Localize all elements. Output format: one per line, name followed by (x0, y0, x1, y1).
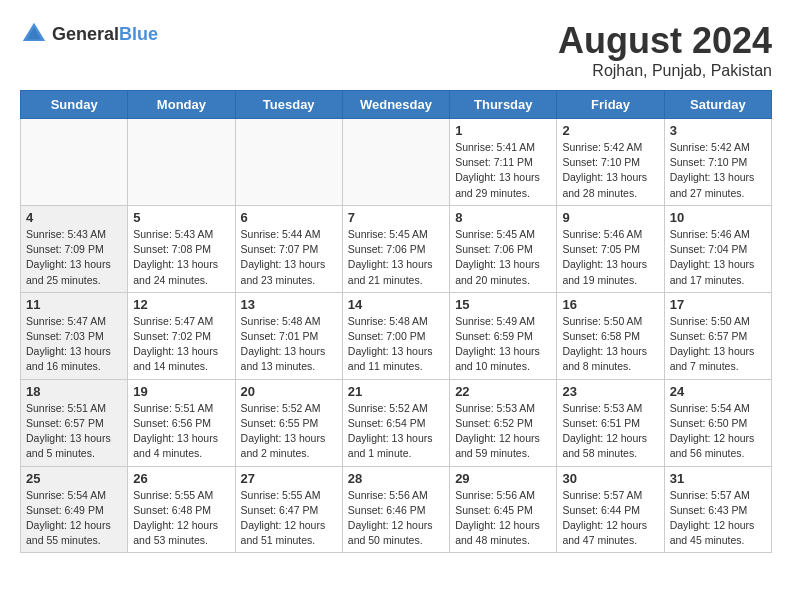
calendar-cell: 22Sunrise: 5:53 AM Sunset: 6:52 PM Dayli… (450, 379, 557, 466)
day-info: Sunrise: 5:53 AM Sunset: 6:51 PM Dayligh… (562, 401, 658, 462)
calendar-cell: 20Sunrise: 5:52 AM Sunset: 6:55 PM Dayli… (235, 379, 342, 466)
day-info: Sunrise: 5:54 AM Sunset: 6:50 PM Dayligh… (670, 401, 766, 462)
calendar-cell: 6Sunrise: 5:44 AM Sunset: 7:07 PM Daylig… (235, 205, 342, 292)
day-number: 4 (26, 210, 122, 225)
calendar-cell: 11Sunrise: 5:47 AM Sunset: 7:03 PM Dayli… (21, 292, 128, 379)
day-number: 27 (241, 471, 337, 486)
calendar-cell: 29Sunrise: 5:56 AM Sunset: 6:45 PM Dayli… (450, 466, 557, 553)
day-info: Sunrise: 5:43 AM Sunset: 7:08 PM Dayligh… (133, 227, 229, 288)
day-info: Sunrise: 5:52 AM Sunset: 6:54 PM Dayligh… (348, 401, 444, 462)
day-info: Sunrise: 5:48 AM Sunset: 7:00 PM Dayligh… (348, 314, 444, 375)
day-number: 19 (133, 384, 229, 399)
calendar-week-row: 25Sunrise: 5:54 AM Sunset: 6:49 PM Dayli… (21, 466, 772, 553)
day-info: Sunrise: 5:51 AM Sunset: 6:57 PM Dayligh… (26, 401, 122, 462)
day-info: Sunrise: 5:47 AM Sunset: 7:03 PM Dayligh… (26, 314, 122, 375)
calendar-cell: 25Sunrise: 5:54 AM Sunset: 6:49 PM Dayli… (21, 466, 128, 553)
calendar-cell (235, 119, 342, 206)
calendar-cell: 23Sunrise: 5:53 AM Sunset: 6:51 PM Dayli… (557, 379, 664, 466)
day-info: Sunrise: 5:57 AM Sunset: 6:44 PM Dayligh… (562, 488, 658, 549)
weekday-header: Tuesday (235, 91, 342, 119)
day-number: 12 (133, 297, 229, 312)
logo-general: General (52, 24, 119, 44)
day-info: Sunrise: 5:53 AM Sunset: 6:52 PM Dayligh… (455, 401, 551, 462)
day-info: Sunrise: 5:49 AM Sunset: 6:59 PM Dayligh… (455, 314, 551, 375)
calendar-cell: 5Sunrise: 5:43 AM Sunset: 7:08 PM Daylig… (128, 205, 235, 292)
day-number: 1 (455, 123, 551, 138)
day-number: 18 (26, 384, 122, 399)
calendar-cell: 26Sunrise: 5:55 AM Sunset: 6:48 PM Dayli… (128, 466, 235, 553)
weekday-header: Saturday (664, 91, 771, 119)
logo-blue: Blue (119, 24, 158, 44)
day-number: 7 (348, 210, 444, 225)
day-info: Sunrise: 5:50 AM Sunset: 6:58 PM Dayligh… (562, 314, 658, 375)
calendar-cell: 19Sunrise: 5:51 AM Sunset: 6:56 PM Dayli… (128, 379, 235, 466)
calendar-cell: 13Sunrise: 5:48 AM Sunset: 7:01 PM Dayli… (235, 292, 342, 379)
day-number: 20 (241, 384, 337, 399)
calendar-cell: 1Sunrise: 5:41 AM Sunset: 7:11 PM Daylig… (450, 119, 557, 206)
calendar-cell: 9Sunrise: 5:46 AM Sunset: 7:05 PM Daylig… (557, 205, 664, 292)
day-info: Sunrise: 5:41 AM Sunset: 7:11 PM Dayligh… (455, 140, 551, 201)
day-info: Sunrise: 5:48 AM Sunset: 7:01 PM Dayligh… (241, 314, 337, 375)
weekday-header: Monday (128, 91, 235, 119)
calendar-cell: 4Sunrise: 5:43 AM Sunset: 7:09 PM Daylig… (21, 205, 128, 292)
day-number: 13 (241, 297, 337, 312)
calendar-week-row: 11Sunrise: 5:47 AM Sunset: 7:03 PM Dayli… (21, 292, 772, 379)
day-info: Sunrise: 5:46 AM Sunset: 7:05 PM Dayligh… (562, 227, 658, 288)
day-info: Sunrise: 5:55 AM Sunset: 6:48 PM Dayligh… (133, 488, 229, 549)
day-number: 29 (455, 471, 551, 486)
calendar-cell: 14Sunrise: 5:48 AM Sunset: 7:00 PM Dayli… (342, 292, 449, 379)
day-number: 8 (455, 210, 551, 225)
calendar-cell: 16Sunrise: 5:50 AM Sunset: 6:58 PM Dayli… (557, 292, 664, 379)
day-info: Sunrise: 5:56 AM Sunset: 6:46 PM Dayligh… (348, 488, 444, 549)
calendar-cell: 8Sunrise: 5:45 AM Sunset: 7:06 PM Daylig… (450, 205, 557, 292)
day-info: Sunrise: 5:54 AM Sunset: 6:49 PM Dayligh… (26, 488, 122, 549)
day-number: 5 (133, 210, 229, 225)
day-info: Sunrise: 5:44 AM Sunset: 7:07 PM Dayligh… (241, 227, 337, 288)
page-header: GeneralBlue August 2024 Rojhan, Punjab, … (20, 20, 772, 80)
calendar-cell: 17Sunrise: 5:50 AM Sunset: 6:57 PM Dayli… (664, 292, 771, 379)
day-number: 11 (26, 297, 122, 312)
day-number: 23 (562, 384, 658, 399)
title-section: August 2024 Rojhan, Punjab, Pakistan (558, 20, 772, 80)
day-number: 31 (670, 471, 766, 486)
weekday-header: Friday (557, 91, 664, 119)
day-info: Sunrise: 5:56 AM Sunset: 6:45 PM Dayligh… (455, 488, 551, 549)
day-number: 26 (133, 471, 229, 486)
calendar-cell: 2Sunrise: 5:42 AM Sunset: 7:10 PM Daylig… (557, 119, 664, 206)
day-info: Sunrise: 5:55 AM Sunset: 6:47 PM Dayligh… (241, 488, 337, 549)
logo-icon (20, 20, 48, 48)
calendar-cell: 24Sunrise: 5:54 AM Sunset: 6:50 PM Dayli… (664, 379, 771, 466)
day-number: 14 (348, 297, 444, 312)
day-number: 22 (455, 384, 551, 399)
day-info: Sunrise: 5:46 AM Sunset: 7:04 PM Dayligh… (670, 227, 766, 288)
calendar-week-row: 1Sunrise: 5:41 AM Sunset: 7:11 PM Daylig… (21, 119, 772, 206)
day-info: Sunrise: 5:51 AM Sunset: 6:56 PM Dayligh… (133, 401, 229, 462)
day-info: Sunrise: 5:57 AM Sunset: 6:43 PM Dayligh… (670, 488, 766, 549)
logo: GeneralBlue (20, 20, 158, 48)
calendar-table: SundayMondayTuesdayWednesdayThursdayFrid… (20, 90, 772, 553)
day-number: 30 (562, 471, 658, 486)
day-number: 3 (670, 123, 766, 138)
day-info: Sunrise: 5:42 AM Sunset: 7:10 PM Dayligh… (670, 140, 766, 201)
calendar-cell: 31Sunrise: 5:57 AM Sunset: 6:43 PM Dayli… (664, 466, 771, 553)
location: Rojhan, Punjab, Pakistan (558, 62, 772, 80)
day-number: 17 (670, 297, 766, 312)
calendar-cell: 27Sunrise: 5:55 AM Sunset: 6:47 PM Dayli… (235, 466, 342, 553)
day-info: Sunrise: 5:52 AM Sunset: 6:55 PM Dayligh… (241, 401, 337, 462)
day-info: Sunrise: 5:50 AM Sunset: 6:57 PM Dayligh… (670, 314, 766, 375)
day-number: 6 (241, 210, 337, 225)
day-number: 24 (670, 384, 766, 399)
calendar-cell: 3Sunrise: 5:42 AM Sunset: 7:10 PM Daylig… (664, 119, 771, 206)
calendar-cell (128, 119, 235, 206)
day-number: 16 (562, 297, 658, 312)
weekday-header-row: SundayMondayTuesdayWednesdayThursdayFrid… (21, 91, 772, 119)
calendar-cell (342, 119, 449, 206)
calendar-cell: 10Sunrise: 5:46 AM Sunset: 7:04 PM Dayli… (664, 205, 771, 292)
day-number: 9 (562, 210, 658, 225)
day-info: Sunrise: 5:42 AM Sunset: 7:10 PM Dayligh… (562, 140, 658, 201)
day-info: Sunrise: 5:47 AM Sunset: 7:02 PM Dayligh… (133, 314, 229, 375)
weekday-header: Thursday (450, 91, 557, 119)
day-info: Sunrise: 5:45 AM Sunset: 7:06 PM Dayligh… (455, 227, 551, 288)
calendar-cell: 30Sunrise: 5:57 AM Sunset: 6:44 PM Dayli… (557, 466, 664, 553)
month-year: August 2024 (558, 20, 772, 62)
